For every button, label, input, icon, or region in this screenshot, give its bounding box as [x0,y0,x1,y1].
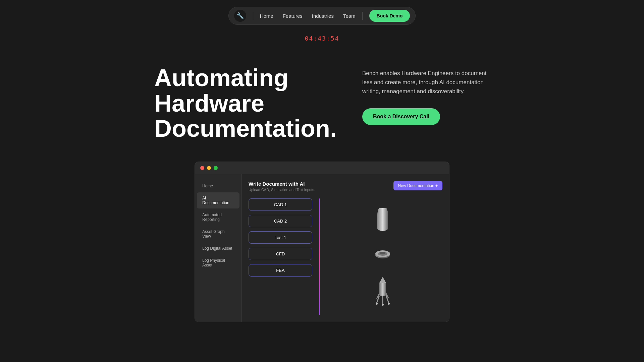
timer-container: 04:43:54 [0,32,644,52]
app-window: Home AI Documentation Automated Reportin… [195,162,449,322]
svg-marker-8 [379,277,386,283]
app-sidebar: Home AI Documentation Automated Reportin… [195,174,242,322]
nav-link-industries[interactable]: Industries [312,13,334,19]
svg-point-6 [380,252,385,254]
3d-preview-column [323,198,442,315]
main-title: Write Document with AI [249,181,315,187]
navbar-inner: 🔧 Home Features Industries Team Book Dem… [228,7,416,25]
sidebar-item-graph[interactable]: Asset Graph View [197,226,239,242]
3d-model-1 [374,208,391,235]
3d-model-2 [374,247,391,263]
input-fea[interactable]: FEA [249,264,312,277]
navbar-links: Home Features Industries Team [260,13,356,19]
nav-link-team[interactable]: Team [343,13,356,19]
hero-section: Automating Hardware Documentation. Bench… [0,52,644,162]
inputs-column: CAD 1 CAD 2 Test 1 CFD FEA [249,198,316,315]
hero-right: Bench enables Hardware Engineers to docu… [362,65,490,125]
new-documentation-button[interactable]: New Documentation + [393,181,442,190]
content-area: CAD 1 CAD 2 Test 1 CFD FEA [249,198,442,315]
nav-link-features[interactable]: Features [283,13,303,19]
discovery-call-button[interactable]: Book a Discovery Call [362,108,440,125]
sidebar-item-log-digital[interactable]: Log Digital Asset [197,243,239,254]
window-dot-close[interactable] [200,166,204,170]
window-dot-maximize[interactable] [214,166,218,170]
input-cad1[interactable]: CAD 1 [249,198,312,211]
hero-title: Automating Hardware Documentation. [154,65,322,141]
input-cfd[interactable]: CFD [249,248,312,260]
window-body: Home AI Documentation Automated Reportin… [195,174,449,322]
svg-point-14 [376,303,378,305]
main-header: Write Document with AI Upload CAD, Simul… [249,181,442,192]
input-cad2[interactable]: CAD 2 [249,215,312,227]
navbar-divider-right [362,12,363,20]
main-content: Write Document with AI Upload CAD, Simul… [242,174,449,322]
book-demo-button[interactable]: Book Demo [369,10,410,22]
sidebar-item-ai-doc[interactable]: AI Documentation [197,192,239,208]
sidebar-item-log-physical[interactable]: Log Physical Asset [197,255,239,271]
timer-display: 04:43:54 [305,35,339,42]
app-window-container: Home AI Documentation Automated Reportin… [0,162,644,322]
vertical-divider-line [319,198,320,315]
navbar: 🔧 Home Features Industries Team Book Dem… [0,0,644,32]
hero-description: Bench enables Hardware Engineers to docu… [362,69,490,96]
svg-rect-7 [379,282,386,296]
navbar-divider-left [253,12,253,20]
svg-point-16 [388,303,390,305]
window-dot-minimize[interactable] [207,166,211,170]
svg-point-15 [382,304,384,306]
window-titlebar [195,162,449,174]
main-header-text: Write Document with AI Upload CAD, Simul… [249,181,315,192]
main-subtitle: Upload CAD, Simulation and Text inputs. [249,188,315,192]
logo-icon: 🔧 [234,10,246,22]
sidebar-item-home[interactable]: Home [197,180,239,192]
3d-model-3 [371,276,394,306]
hero-left: Automating Hardware Documentation. [154,65,322,141]
input-test1[interactable]: Test 1 [249,231,312,244]
sidebar-item-reporting[interactable]: Automated Reporting [197,209,239,225]
nav-link-home[interactable]: Home [260,13,273,19]
